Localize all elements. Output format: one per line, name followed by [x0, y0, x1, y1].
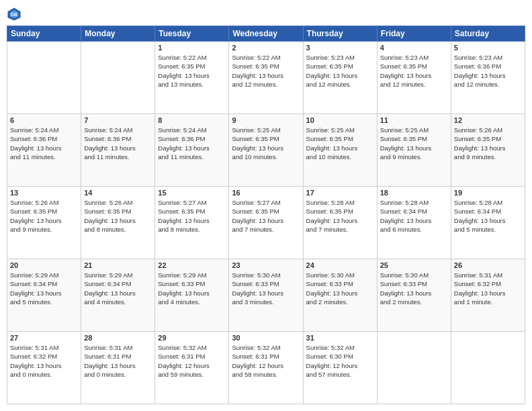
calendar-cell: 19Sunrise: 5:28 AM Sunset: 6:34 PM Dayli… [451, 187, 525, 259]
calendar-cell: 8Sunrise: 5:24 AM Sunset: 6:36 PM Daylig… [155, 114, 229, 187]
day-number: 26 [454, 261, 522, 269]
day-info: Sunrise: 5:24 AM Sunset: 6:36 PM Dayligh… [158, 126, 226, 161]
calendar-table: SundayMondayTuesdayWednesdayThursdayFrid… [7, 26, 525, 404]
calendar-week-row: 13Sunrise: 5:26 AM Sunset: 6:35 PM Dayli… [7, 187, 525, 259]
day-info: Sunrise: 5:28 AM Sunset: 6:34 PM Dayligh… [380, 198, 448, 234]
calendar-cell: 6Sunrise: 5:24 AM Sunset: 6:36 PM Daylig… [7, 114, 81, 187]
calendar-header-saturday: Saturday [451, 26, 525, 42]
calendar-cell: 2Sunrise: 5:22 AM Sunset: 6:35 PM Daylig… [229, 42, 303, 114]
calendar-cell: 27Sunrise: 5:31 AM Sunset: 6:32 PM Dayli… [7, 332, 81, 404]
day-info: Sunrise: 5:31 AM Sunset: 6:32 PM Dayligh… [454, 271, 522, 306]
calendar-week-row: 6Sunrise: 5:24 AM Sunset: 6:36 PM Daylig… [7, 114, 525, 187]
calendar-cell: 18Sunrise: 5:28 AM Sunset: 6:34 PM Dayli… [377, 187, 451, 259]
day-number: 27 [10, 334, 78, 342]
day-info: Sunrise: 5:29 AM Sunset: 6:34 PM Dayligh… [10, 271, 78, 306]
calendar-cell: 26Sunrise: 5:31 AM Sunset: 6:32 PM Dayli… [451, 259, 525, 332]
calendar-cell: 10Sunrise: 5:25 AM Sunset: 6:35 PM Dayli… [303, 114, 377, 187]
day-number: 10 [306, 116, 374, 124]
calendar-cell: 20Sunrise: 5:29 AM Sunset: 6:34 PM Dayli… [7, 259, 81, 332]
day-info: Sunrise: 5:29 AM Sunset: 6:34 PM Dayligh… [84, 271, 152, 306]
calendar-cell: 16Sunrise: 5:27 AM Sunset: 6:35 PM Dayli… [229, 187, 303, 259]
day-info: Sunrise: 5:28 AM Sunset: 6:34 PM Dayligh… [454, 198, 522, 234]
calendar-cell: 24Sunrise: 5:30 AM Sunset: 6:33 PM Dayli… [303, 259, 377, 332]
day-number: 30 [232, 334, 300, 342]
day-number: 7 [84, 116, 152, 124]
header: GB [7, 7, 525, 21]
calendar-cell: 30Sunrise: 5:32 AM Sunset: 6:31 PM Dayli… [229, 332, 303, 404]
day-info: Sunrise: 5:30 AM Sunset: 6:33 PM Dayligh… [380, 271, 448, 306]
day-info: Sunrise: 5:29 AM Sunset: 6:33 PM Dayligh… [158, 271, 226, 306]
day-number: 5 [454, 44, 522, 52]
day-number: 14 [84, 189, 152, 197]
day-number: 1 [158, 44, 226, 52]
calendar-header-thursday: Thursday [303, 26, 377, 42]
day-info: Sunrise: 5:32 AM Sunset: 6:31 PM Dayligh… [232, 343, 300, 379]
day-info: Sunrise: 5:24 AM Sunset: 6:36 PM Dayligh… [10, 126, 78, 161]
day-number: 4 [380, 44, 448, 52]
day-number: 16 [232, 189, 300, 197]
day-number: 22 [158, 261, 226, 269]
day-number: 20 [10, 261, 78, 269]
calendar-cell: 1Sunrise: 5:22 AM Sunset: 6:35 PM Daylig… [155, 42, 229, 114]
day-number: 15 [158, 189, 226, 197]
day-number: 24 [306, 261, 374, 269]
calendar-cell: 21Sunrise: 5:29 AM Sunset: 6:34 PM Dayli… [81, 259, 155, 332]
calendar-cell [7, 42, 81, 114]
page: GB SundayMondayTuesdayWednesdayThursdayF… [0, 0, 532, 411]
day-info: Sunrise: 5:22 AM Sunset: 6:35 PM Dayligh… [232, 53, 300, 89]
calendar-week-row: 27Sunrise: 5:31 AM Sunset: 6:32 PM Dayli… [7, 332, 525, 404]
calendar-cell: 29Sunrise: 5:32 AM Sunset: 6:31 PM Dayli… [155, 332, 229, 404]
calendar-cell: 11Sunrise: 5:25 AM Sunset: 6:35 PM Dayli… [377, 114, 451, 187]
day-number: 13 [10, 189, 78, 197]
day-info: Sunrise: 5:27 AM Sunset: 6:35 PM Dayligh… [158, 198, 226, 234]
day-number: 2 [232, 44, 300, 52]
calendar-cell: 7Sunrise: 5:24 AM Sunset: 6:36 PM Daylig… [81, 114, 155, 187]
day-number: 18 [380, 189, 448, 197]
day-info: Sunrise: 5:27 AM Sunset: 6:35 PM Dayligh… [232, 198, 300, 234]
calendar-cell: 31Sunrise: 5:32 AM Sunset: 6:30 PM Dayli… [303, 332, 377, 404]
day-info: Sunrise: 5:24 AM Sunset: 6:36 PM Dayligh… [84, 126, 152, 161]
day-info: Sunrise: 5:25 AM Sunset: 6:35 PM Dayligh… [232, 126, 300, 161]
day-info: Sunrise: 5:30 AM Sunset: 6:33 PM Dayligh… [306, 271, 374, 306]
day-info: Sunrise: 5:26 AM Sunset: 6:35 PM Dayligh… [10, 198, 78, 234]
calendar-cell: 22Sunrise: 5:29 AM Sunset: 6:33 PM Dayli… [155, 259, 229, 332]
day-info: Sunrise: 5:25 AM Sunset: 6:35 PM Dayligh… [380, 126, 448, 161]
day-number: 17 [306, 189, 374, 197]
logo: GB [7, 7, 23, 21]
day-info: Sunrise: 5:32 AM Sunset: 6:31 PM Dayligh… [158, 343, 226, 379]
day-number: 9 [232, 116, 300, 124]
calendar-cell: 5Sunrise: 5:23 AM Sunset: 6:36 PM Daylig… [451, 42, 525, 114]
calendar-cell: 28Sunrise: 5:31 AM Sunset: 6:31 PM Dayli… [81, 332, 155, 404]
day-info: Sunrise: 5:31 AM Sunset: 6:31 PM Dayligh… [84, 343, 152, 379]
day-number: 31 [306, 334, 374, 342]
calendar-cell: 12Sunrise: 5:26 AM Sunset: 6:35 PM Dayli… [451, 114, 525, 187]
calendar-cell [377, 332, 451, 404]
day-number: 6 [10, 116, 78, 124]
day-number: 23 [232, 261, 300, 269]
calendar-cell: 14Sunrise: 5:26 AM Sunset: 6:35 PM Dayli… [81, 187, 155, 259]
calendar-cell [81, 42, 155, 114]
day-info: Sunrise: 5:26 AM Sunset: 6:35 PM Dayligh… [84, 198, 152, 234]
day-info: Sunrise: 5:23 AM Sunset: 6:35 PM Dayligh… [306, 53, 374, 89]
day-info: Sunrise: 5:23 AM Sunset: 6:36 PM Dayligh… [454, 53, 522, 89]
calendar-header-wednesday: Wednesday [229, 26, 303, 42]
calendar-cell [451, 332, 525, 404]
day-number: 12 [454, 116, 522, 124]
calendar-cell: 9Sunrise: 5:25 AM Sunset: 6:35 PM Daylig… [229, 114, 303, 187]
day-number: 8 [158, 116, 226, 124]
logo-icon: GB [7, 7, 21, 21]
day-info: Sunrise: 5:31 AM Sunset: 6:32 PM Dayligh… [10, 343, 78, 379]
calendar-header-row: SundayMondayTuesdayWednesdayThursdayFrid… [7, 26, 525, 42]
calendar-header-monday: Monday [81, 26, 155, 42]
calendar-header-tuesday: Tuesday [155, 26, 229, 42]
day-info: Sunrise: 5:28 AM Sunset: 6:35 PM Dayligh… [306, 198, 374, 234]
day-info: Sunrise: 5:25 AM Sunset: 6:35 PM Dayligh… [306, 126, 374, 161]
calendar-cell: 25Sunrise: 5:30 AM Sunset: 6:33 PM Dayli… [377, 259, 451, 332]
calendar-header-sunday: Sunday [7, 26, 81, 42]
svg-text:GB: GB [11, 12, 17, 17]
day-number: 11 [380, 116, 448, 124]
day-number: 25 [380, 261, 448, 269]
calendar-cell: 23Sunrise: 5:30 AM Sunset: 6:33 PM Dayli… [229, 259, 303, 332]
calendar-cell: 17Sunrise: 5:28 AM Sunset: 6:35 PM Dayli… [303, 187, 377, 259]
day-number: 28 [84, 334, 152, 342]
